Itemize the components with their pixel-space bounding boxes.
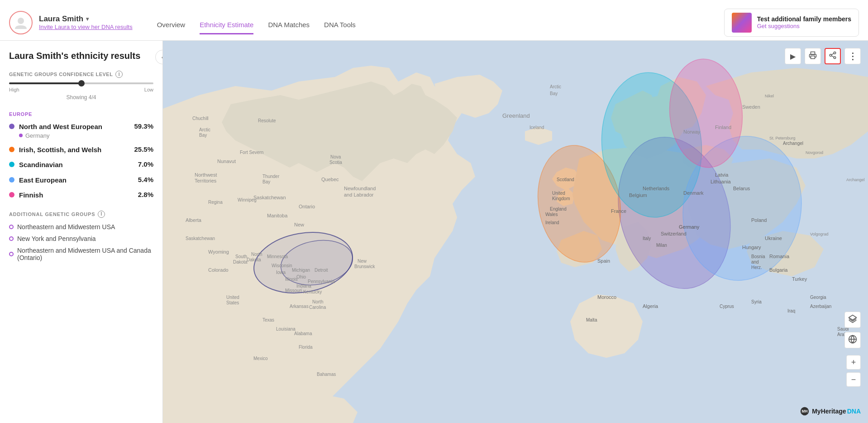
svg-text:Belgium: Belgium [629,192,647,198]
svg-text:Ontario: Ontario [299,204,315,209]
svg-text:Bahamas: Bahamas [317,372,336,377]
svg-point-116 [834,57,836,59]
nav-tabs: Overview Ethnicity Estimate DNA Matches … [157,21,356,34]
sidebar: ‹ Laura Smith's ethnicity results GENETI… [0,41,163,423]
svg-text:Michigan: Michigan [292,268,310,273]
gen-dot-ne-canada [9,252,14,256]
confidence-section: GENETIC GROUPS CONFIDENCE LEVEL i High L… [9,71,153,101]
svg-text:MH: MH [802,409,808,413]
eth-dot-nw-european [9,124,14,129]
svg-text:United: United [226,295,239,300]
svg-text:Italy: Italy [643,236,651,241]
eth-pct-east-european: 5.4% [138,176,153,183]
svg-text:Kingdom: Kingdom [552,196,570,201]
dna-text: DNA [847,408,861,415]
share-button[interactable] [825,48,841,64]
svg-text:Ukraine: Ukraine [765,236,782,241]
promo-image [732,13,752,33]
myheritage-logo: MH MyHeritage DNA [800,407,861,416]
svg-text:Detroit: Detroit [315,268,328,273]
svg-text:Fort Severn: Fort Severn [240,150,263,155]
more-button[interactable]: ⋮ [844,48,861,64]
globe-icon [848,335,857,346]
svg-text:United: United [552,191,565,196]
eth-name-finnish: Finnish [19,191,134,200]
gen-label-ne-canada: Northeastern and Midwestern USA and Cana… [17,247,153,261]
map-area[interactable]: Germany Greenland Arctic Bay Iceland Swe… [163,41,868,423]
promo-title: Test additional family members [757,15,851,23]
svg-text:Norway: Norway [683,129,701,135]
svg-text:Manitoba: Manitoba [267,213,288,218]
genetic-group-ne-canada[interactable]: Northeastern and Midwestern USA and Cana… [9,247,153,261]
ethnicity-item-nw-european[interactable]: North and West European Germany 59.3% [9,122,153,139]
svg-text:Morocco: Morocco [597,294,616,300]
svg-text:Chuchill: Chuchill [192,116,209,121]
svg-text:Algeria: Algeria [643,303,658,309]
svg-text:Arctic: Arctic [550,84,561,89]
svg-text:Arkansas: Arkansas [290,304,309,309]
tab-ethnicity[interactable]: Ethnicity Estimate [200,21,253,34]
confidence-info-icon[interactable]: i [115,71,123,78]
svg-text:Romania: Romania [769,254,790,259]
ethnicity-item-finnish[interactable]: Finnish 2.8% [9,191,153,200]
svg-text:Brunswick: Brunswick [354,264,376,269]
gen-dot-ne-midwest [9,225,14,229]
svg-text:Spain: Spain [597,258,610,264]
gen-label-ne-midwest: Northeastern and Midwestern USA [17,223,115,231]
eth-dot-irish [9,147,14,152]
svg-text:Missouri: Missouri [285,288,302,293]
caret-icon: ▾ [86,16,89,22]
tab-dna-tools[interactable]: DNA Tools [324,21,356,34]
svg-text:North: North [251,252,262,257]
svg-text:Scotland: Scotland [557,177,574,182]
svg-text:Saskatchewan: Saskatchewan [186,236,215,241]
svg-text:Georgia: Georgia [810,295,826,300]
svg-text:Azerbaijan: Azerbaijan [810,304,831,309]
collapse-sidebar-button[interactable]: ‹ [155,50,163,64]
slider-container[interactable] [9,82,153,84]
svg-text:Newfoundland: Newfoundland [344,186,376,191]
slider-low-label: Low [144,87,153,92]
map-layers-button[interactable] [844,312,861,328]
svg-text:Iowa: Iowa [276,270,286,275]
print-icon [809,51,817,61]
svg-text:Hungary: Hungary [742,245,761,250]
promo-link[interactable]: Get suggestions [757,23,851,29]
share-icon [829,51,837,61]
invite-link[interactable]: Invite Laura to view her DNA results [39,24,133,30]
svg-text:Alabama: Alabama [294,331,312,336]
svg-text:Northwest: Northwest [195,172,217,178]
eth-pct-finnish: 2.8% [138,191,153,198]
tab-overview[interactable]: Overview [157,21,186,34]
genetic-group-ne-midwest[interactable]: Northeastern and Midwestern USA [9,223,153,231]
svg-text:France: France [611,208,626,214]
ethnicity-item-east-european[interactable]: East European 5.4% [9,176,153,185]
svg-text:Syria: Syria [751,299,762,304]
tab-dna-matches[interactable]: DNA Matches [268,21,310,34]
slider-thumb[interactable] [78,80,85,87]
svg-text:and Labrador: and Labrador [344,192,374,197]
play-button[interactable]: ▶ [785,48,801,64]
ethnicity-item-scandinavian[interactable]: Scandinavian 7.0% [9,160,153,169]
svg-text:Switzerland: Switzerland [661,231,687,236]
additional-info-icon[interactable]: i [98,211,105,218]
eth-pct-scandinavian: 7.0% [138,160,153,168]
svg-text:Turkey: Turkey [792,276,807,282]
zoom-in-button[interactable]: + [846,355,861,370]
svg-text:Novgorod: Novgorod [806,150,823,155]
globe-button[interactable] [844,332,861,348]
eth-info-nw-european: North and West European Germany [19,122,129,139]
print-button[interactable] [805,48,821,64]
svg-text:Malta: Malta [586,317,597,322]
svg-text:Germany: Germany [679,224,700,230]
user-name-button[interactable]: Laura Smith ▾ [39,14,133,24]
avatar [9,11,33,34]
header-left: Laura Smith ▾ Invite Laura to view her D… [9,11,356,34]
svg-text:England: England [550,207,567,212]
genetic-group-ny-pa[interactable]: New York and Pennsylvania [9,235,153,242]
svg-text:Wales: Wales [545,212,558,217]
svg-text:Arctic: Arctic [199,127,210,132]
zoom-out-button[interactable]: − [846,372,861,387]
ethnicity-item-irish[interactable]: Irish, Scottish, and Welsh 25.5% [9,145,153,154]
svg-text:Regina: Regina [208,200,223,205]
